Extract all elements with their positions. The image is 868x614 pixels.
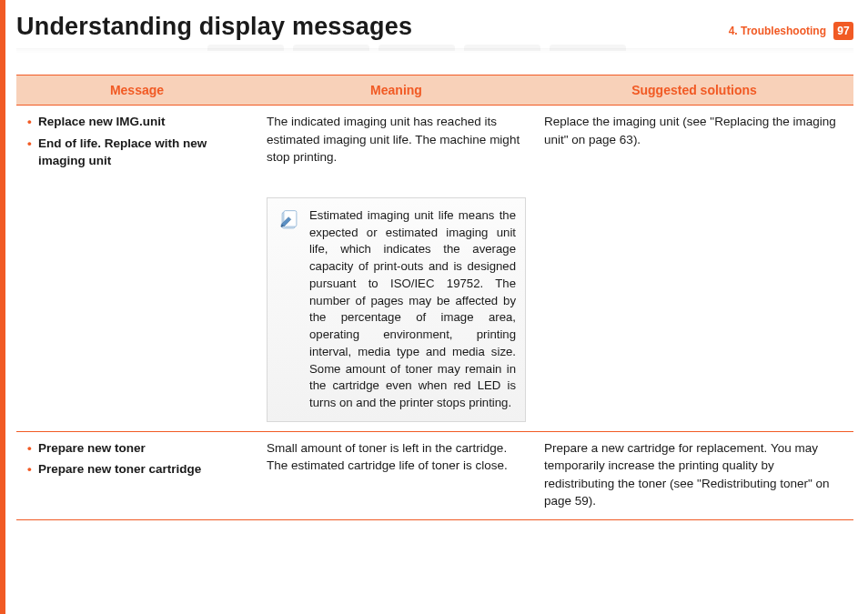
list-item: Replace new IMG.unit [25,113,248,131]
list-item: End of life. Replace with new imaging un… [25,135,248,170]
page-header: Understanding display messages 4. Troubl… [16,13,853,41]
cell-solution: Prepare a new cartridge for replacement.… [535,431,853,519]
table-row: Replace new IMG.unit End of life. Replac… [16,106,853,432]
table-row: Prepare new toner Prepare new toner cart… [16,431,853,519]
page-title: Understanding display messages [16,13,412,41]
note-icon [277,207,302,235]
cell-solution: Replace the imaging unit (see "Replacing… [535,106,853,432]
col-header-solutions: Suggested solutions [535,75,853,106]
breadcrumb: 4. Troubleshooting 97 [729,22,853,40]
note-callout: Estimated imaging unit life means the ex… [267,197,526,422]
cell-message: Replace new IMG.unit End of life. Replac… [16,106,257,432]
note-text: Estimated imaging unit life means the ex… [309,207,516,412]
list-item: Prepare new toner [25,439,248,458]
header-divider [16,48,853,54]
message-list: Prepare new toner Prepare new toner cart… [25,439,248,478]
meaning-text: The indicated imaging unit has reached i… [267,113,526,166]
message-list: Replace new IMG.unit End of life. Replac… [25,113,248,170]
section-label: 4. Troubleshooting [729,25,826,37]
left-accent-bar [0,0,5,614]
cell-message: Prepare new toner Prepare new toner cart… [16,431,257,519]
col-header-meaning: Meaning [257,75,535,106]
messages-table: Message Meaning Suggested solutions Repl… [16,75,853,520]
cell-meaning: The indicated imaging unit has reached i… [257,106,535,432]
cell-meaning: Small amount of toner is left in the car… [257,431,535,519]
table-header-row: Message Meaning Suggested solutions [16,75,853,106]
page-number-badge: 97 [833,22,853,40]
col-header-message: Message [16,75,257,106]
list-item: Prepare new toner cartridge [25,460,248,478]
